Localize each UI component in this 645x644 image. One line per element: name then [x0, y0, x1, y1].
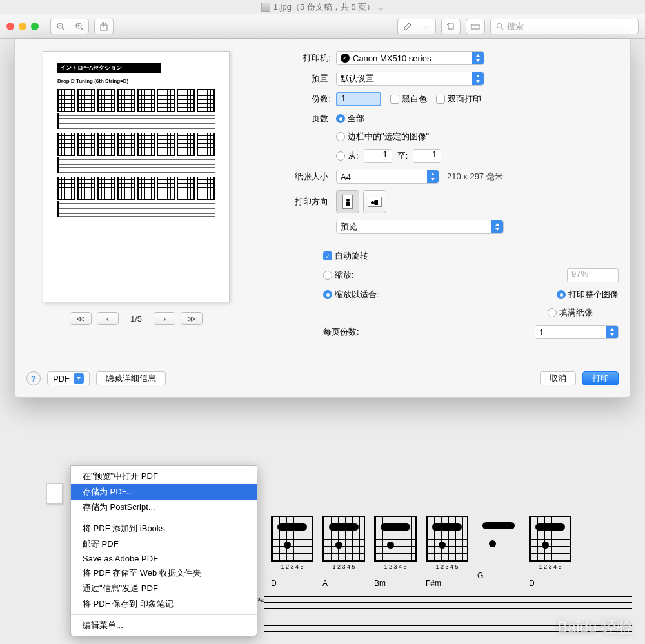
- minimize-window-button[interactable]: [19, 23, 26, 30]
- svg-rect-10: [471, 24, 479, 29]
- pdf-menu-open-preview[interactable]: 在"预览"中打开 PDF: [71, 469, 257, 484]
- svg-line-13: [501, 28, 503, 30]
- chevron-down-icon: [74, 373, 84, 384]
- last-page-button[interactable]: ≫: [181, 312, 203, 325]
- paper-select[interactable]: A4: [336, 170, 439, 184]
- search-icon: [496, 23, 504, 30]
- page-indicator: 1/5: [130, 314, 142, 324]
- annotate-menu-button[interactable]: ⌵: [417, 19, 436, 34]
- first-page-button[interactable]: ≪: [70, 312, 92, 325]
- print-settings: 打印机: ✓ Canon MX510 series 预置: 默认设置 份数: 1…: [265, 51, 619, 346]
- section-select[interactable]: 预览: [336, 220, 504, 234]
- paper-dimensions: 210 x 297 毫米: [447, 171, 503, 182]
- orientation-label: 打印方向:: [265, 196, 336, 208]
- pdf-menu-web-receipts[interactable]: 将 PDF 存储至 Web 收据文件夹: [71, 565, 257, 581]
- preset-label: 预置:: [265, 73, 336, 84]
- pdf-menu-save-adobe[interactable]: Save as Adobe PDF: [71, 552, 257, 565]
- markup-button[interactable]: [466, 19, 485, 34]
- chevron-down-icon[interactable]: ⌵: [379, 3, 384, 12]
- search-field[interactable]: 搜索: [490, 19, 639, 34]
- bw-checkbox[interactable]: [390, 95, 399, 104]
- perpage-select[interactable]: 1: [535, 325, 619, 339]
- rotate-button[interactable]: [441, 19, 461, 34]
- next-page-button[interactable]: ›: [154, 312, 175, 325]
- pdf-menu-mail[interactable]: 邮寄 PDF: [71, 536, 257, 552]
- pages-label: 页数:: [265, 113, 336, 124]
- search-placeholder: 搜索: [507, 21, 524, 32]
- pages-all-radio[interactable]: [336, 114, 345, 123]
- svg-rect-9: [448, 24, 453, 29]
- help-button[interactable]: ?: [26, 371, 41, 385]
- share-button[interactable]: [94, 19, 114, 34]
- pdf-menu-add-ibooks[interactable]: 将 PDF 添加到 iBooks: [71, 521, 257, 536]
- pages-selected-radio[interactable]: [336, 132, 345, 141]
- print-preview-page: イントロ〜Aセクション Drop D Tuning (6th String=D): [43, 51, 230, 302]
- pdf-dropdown-button[interactable]: PDF: [47, 371, 90, 385]
- print-preview-column: イントロ〜Aセクション Drop D Tuning (6th String=D)…: [26, 51, 246, 346]
- pages-range-radio[interactable]: [336, 151, 345, 161]
- orientation-portrait-button[interactable]: [336, 190, 359, 213]
- scale-radio[interactable]: [323, 271, 332, 280]
- prev-page-button[interactable]: ‹: [97, 312, 119, 325]
- copies-input[interactable]: 1: [336, 92, 381, 106]
- duplex-checkbox[interactable]: [436, 95, 445, 104]
- zoom-window-button[interactable]: [31, 23, 39, 30]
- pages-to-input[interactable]: 1: [413, 149, 441, 163]
- hide-details-button[interactable]: 隐藏详细信息: [96, 371, 166, 385]
- pages-from-input[interactable]: 1: [364, 149, 392, 163]
- print-button[interactable]: 打印: [582, 371, 619, 385]
- printer-label: 打印机:: [265, 52, 336, 64]
- scale-input[interactable]: 97%: [567, 268, 619, 282]
- watermark: Baidu 经验: [557, 617, 632, 638]
- window-titlebar: 1.jpg（5 份文稿，共 5 页） ⌵: [0, 0, 645, 14]
- preset-select[interactable]: 默认设置: [336, 72, 484, 86]
- zoom-out-button[interactable]: [50, 19, 70, 34]
- pdf-menu-edit[interactable]: 编辑菜单...: [71, 618, 257, 633]
- pdf-dropdown-menu: 在"预览"中打开 PDF 存储为 PDF... 存储为 PostScript..…: [70, 465, 257, 636]
- printer-status-icon: ✓: [341, 54, 350, 63]
- pdf-menu-save-as-pdf[interactable]: 存储为 PDF...: [71, 484, 257, 500]
- pdf-menu-save-as-postscript[interactable]: 存储为 PostScript...: [71, 500, 257, 515]
- pdf-menu-evernote[interactable]: 将 PDF 保存到 印象笔记: [71, 596, 257, 612]
- cancel-button[interactable]: 取消: [540, 371, 576, 385]
- svg-line-4: [81, 28, 83, 30]
- copies-label: 份数:: [265, 93, 336, 105]
- autorotate-checkbox[interactable]: ✓: [323, 251, 332, 260]
- toolbar: ⌵ 搜索: [0, 14, 645, 39]
- printer-select[interactable]: ✓ Canon MX510 series: [336, 51, 484, 65]
- fit-radio[interactable]: [323, 290, 332, 299]
- traffic-lights: [6, 23, 39, 30]
- window-title: 1.jpg（5 份文稿，共 5 页）: [273, 1, 375, 13]
- pdf-menu-send-messages[interactable]: 通过"信息"发送 PDF: [71, 581, 257, 596]
- document-icon: [261, 3, 270, 12]
- orientation-landscape-button[interactable]: [363, 190, 386, 213]
- annotate-button[interactable]: [397, 19, 417, 34]
- svg-line-1: [62, 28, 64, 30]
- zoom-in-button[interactable]: [70, 19, 89, 34]
- perpage-label: 每页份数:: [323, 326, 359, 338]
- close-window-button[interactable]: [6, 23, 14, 30]
- svg-point-12: [497, 23, 502, 28]
- print-dialog: イントロ〜Aセクション Drop D Tuning (6th String=D)…: [14, 39, 631, 398]
- fit-whole-radio[interactable]: [557, 290, 566, 299]
- fit-fill-radio[interactable]: [548, 308, 557, 317]
- paper-label: 纸张大小:: [265, 171, 336, 182]
